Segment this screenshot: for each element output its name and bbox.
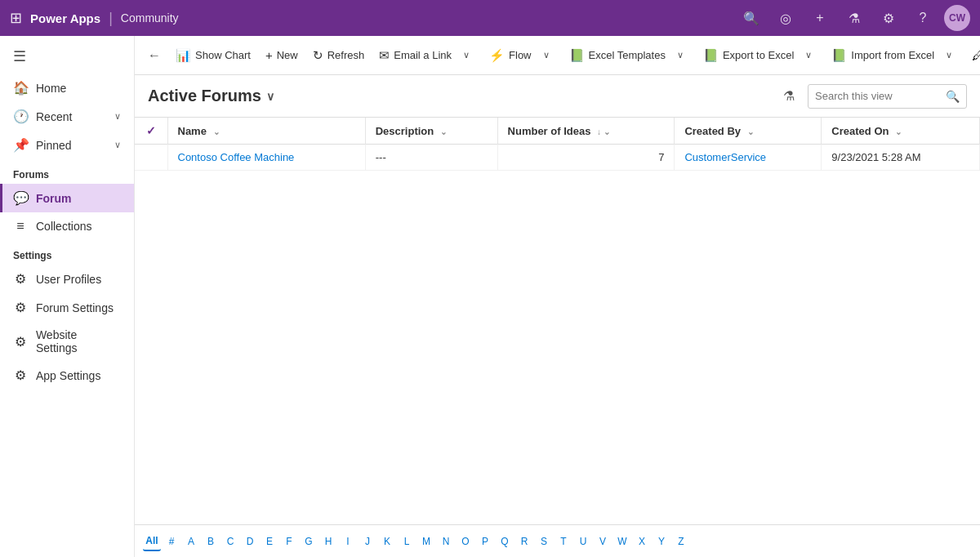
sidebar-item-website-settings[interactable]: ⚙ Website Settings [0, 322, 134, 361]
name-link[interactable]: Contoso Coffee Machine [178, 151, 295, 163]
app-name: Power Apps [30, 11, 100, 25]
grid-menu-icon[interactable]: ⊞ [10, 9, 22, 27]
created-on-column-header[interactable]: Created On ⌄ [822, 118, 980, 145]
description-column-header[interactable]: Description ⌄ [365, 118, 497, 145]
create-view-button[interactable]: 🖊 Create view [965, 44, 980, 66]
plus-icon[interactable]: + [807, 5, 833, 31]
alpha-btn-l[interactable]: L [398, 532, 416, 551]
import-chevron[interactable]: ∨ [942, 46, 956, 65]
flow-chevron[interactable]: ∨ [540, 46, 553, 65]
alpha-btn-g[interactable]: G [300, 532, 318, 551]
sidebar-item-forum[interactable]: 💬 Forum [0, 184, 134, 212]
plus-icon: + [265, 48, 273, 62]
view-filter-icon[interactable]: ⚗ [780, 85, 798, 107]
alpha-btn-y[interactable]: Y [653, 532, 670, 551]
alpha-btn-r[interactable]: R [515, 532, 533, 551]
number-of-ideas-column-header[interactable]: Number of Ideas ↓ ⌄ [497, 118, 675, 145]
alpha-btn-z[interactable]: Z [672, 532, 690, 551]
chevron-down-icon: ∨ [114, 111, 121, 122]
view-header: Active Forums ∨ ⚗ 🔍 [135, 75, 980, 118]
alpha-btn-v[interactable]: V [594, 532, 612, 551]
sidebar-item-collections[interactable]: ≡ Collections [0, 212, 134, 240]
table-row[interactable]: Contoso Coffee Machine --- 7 CustomerSer… [135, 145, 980, 171]
new-button[interactable]: + New [259, 44, 305, 66]
alpha-btn-n[interactable]: N [437, 532, 455, 551]
nav-divider: | [109, 10, 113, 27]
alpha-btn-x[interactable]: X [633, 532, 651, 551]
alphabet-bar: All#ABCDEFGHIJKLMNOPQRSTUVWXYZ [135, 524, 980, 557]
sidebar-item-app-settings[interactable]: ⚙ App Settings [0, 361, 134, 390]
search-icon[interactable]: 🔍 [738, 5, 764, 31]
created-by-link[interactable]: CustomerService [684, 151, 766, 163]
import-excel-button[interactable]: 📗 Import from Excel [825, 44, 941, 67]
main-layout: ☰ 🏠 Home 🕐 Recent ∨ 📌 Pinned ∨ Forums 💬 … [0, 36, 980, 557]
circle-icon[interactable]: ◎ [773, 5, 799, 31]
email-link-button[interactable]: ✉ Email a Link [372, 44, 458, 67]
alpha-btn-all[interactable]: All [143, 532, 161, 551]
alpha-btn-#[interactable]: # [163, 532, 180, 551]
description-cell: --- [365, 145, 497, 171]
back-button[interactable]: ← [141, 44, 167, 67]
forum-icon: 💬 [13, 190, 28, 206]
alpha-btn-s[interactable]: S [535, 532, 553, 551]
alpha-btn-h[interactable]: H [319, 532, 337, 551]
sidebar-item-label: Forum Settings [36, 301, 114, 314]
search-input[interactable] [808, 90, 939, 102]
filter-icon[interactable]: ⚗ [841, 5, 867, 31]
alpha-btn-c[interactable]: C [221, 532, 239, 551]
sidebar-item-user-profiles[interactable]: ⚙ User Profiles [0, 265, 134, 293]
alpha-btn-u[interactable]: U [574, 532, 592, 551]
show-chart-button[interactable]: 📊 Show Chart [169, 44, 257, 67]
alpha-btn-k[interactable]: K [378, 532, 396, 551]
sidebar-item-forum-settings[interactable]: ⚙ Forum Settings [0, 293, 134, 322]
sidebar-item-home[interactable]: 🏠 Home [0, 74, 134, 102]
sidebar-item-label: Forum [36, 192, 72, 205]
grid-table: ✓ Name ⌄ Description ⌄ Number of Ideas [135, 118, 980, 171]
environment-name: Community [121, 11, 179, 25]
flow-button[interactable]: ⚡ Flow [483, 44, 537, 67]
view-title-chevron[interactable]: ∨ [266, 90, 274, 103]
sidebar-item-label: Collections [36, 220, 91, 233]
alpha-btn-i[interactable]: I [339, 532, 357, 551]
alpha-btn-t[interactable]: T [555, 532, 572, 551]
top-nav: ⊞ Power Apps | Community 🔍 ◎ + ⚗ ⚙ ? CW [0, 0, 980, 36]
sidebar-item-recent[interactable]: 🕐 Recent ∨ [0, 102, 134, 131]
alpha-btn-e[interactable]: E [261, 532, 278, 551]
alpha-btn-w[interactable]: W [613, 532, 631, 551]
gear-icon: ⚙ [13, 271, 28, 287]
export-excel-button[interactable]: 📗 Export to Excel [697, 44, 800, 67]
export-icon: 📗 [703, 48, 719, 63]
alpha-btn-m[interactable]: M [417, 532, 435, 551]
alpha-btn-p[interactable]: P [476, 532, 494, 551]
alpha-btn-q[interactable]: Q [496, 532, 514, 551]
search-button[interactable]: 🔍 [939, 90, 966, 103]
alpha-btn-j[interactable]: J [359, 532, 376, 551]
row-checkbox[interactable] [135, 145, 167, 171]
alpha-btn-a[interactable]: A [182, 532, 200, 551]
alpha-btn-o[interactable]: O [457, 532, 474, 551]
refresh-button[interactable]: ↻ Refresh [306, 44, 372, 67]
help-icon[interactable]: ? [910, 5, 936, 31]
recent-icon: 🕐 [13, 109, 28, 124]
name-cell: Contoso Coffee Machine [167, 145, 365, 171]
gear-icon: ⚙ [13, 300, 28, 315]
excel-templates-chevron[interactable]: ∨ [674, 46, 687, 65]
sidebar-hamburger[interactable]: ☰ [0, 42, 134, 74]
email-link-chevron[interactable]: ∨ [460, 46, 473, 65]
export-chevron[interactable]: ∨ [802, 46, 815, 65]
sidebar-item-pinned[interactable]: 📌 Pinned ∨ [0, 131, 134, 159]
sort-icon: ⌄ [895, 127, 902, 136]
alpha-btn-f[interactable]: F [280, 532, 298, 551]
alpha-btn-d[interactable]: D [241, 532, 259, 551]
created-by-column-header[interactable]: Created By ⌄ [675, 118, 822, 145]
select-all-header[interactable]: ✓ [135, 118, 167, 145]
excel-templates-button[interactable]: 📗 Excel Templates [563, 44, 672, 67]
sidebar-item-label: App Settings [36, 369, 100, 382]
home-icon: 🏠 [13, 80, 28, 96]
avatar[interactable]: CW [944, 5, 970, 31]
alpha-btn-b[interactable]: B [202, 532, 220, 551]
view-title-text: Active Forums [148, 87, 261, 105]
import-icon: 📗 [831, 48, 847, 63]
settings-icon[interactable]: ⚙ [875, 5, 902, 31]
name-column-header[interactable]: Name ⌄ [167, 118, 365, 145]
